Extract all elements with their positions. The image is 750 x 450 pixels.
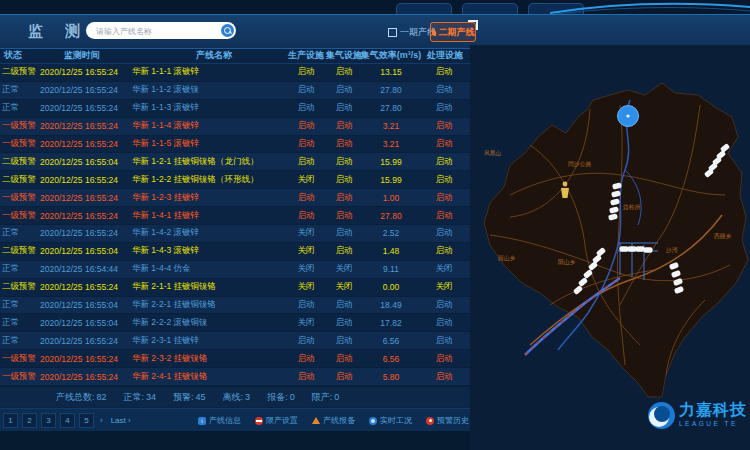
- cell-prod: 启动: [286, 299, 326, 311]
- legend-alarm-history[interactable]: 预警历史: [426, 415, 469, 426]
- cell-prod: 关闭: [286, 263, 326, 275]
- legend-line-info[interactable]: i 产线信息: [198, 415, 241, 426]
- table-row[interactable]: 正常2020/12/25 16:55:04华新 2-2-2 滚镀铜镍关闭启动17…: [0, 314, 470, 332]
- table-row[interactable]: 正常2020/12/25 16:55:24华新 1-4-2 滚镀锌关闭启动2.5…: [0, 225, 470, 243]
- bottom-strip: [0, 431, 470, 450]
- cell-treat: 关闭: [422, 263, 466, 275]
- cell-name: 华新 1-1-4 滚镀锌: [132, 120, 290, 132]
- cell-gas: 关闭: [324, 281, 364, 293]
- cell-gas: 启动: [324, 192, 364, 204]
- next-page-button[interactable]: ›: [98, 416, 105, 425]
- realtime-condition-icon: [369, 417, 377, 425]
- line-info-icon: i: [198, 417, 206, 425]
- cell-treat: 启动: [422, 138, 466, 150]
- cell-prod: 启动: [286, 371, 326, 383]
- column-treatment-facility: 处理设施: [424, 49, 466, 62]
- place-label: 凤凰山: [484, 150, 502, 156]
- summary-offline: 离线:3: [223, 391, 251, 404]
- table-row[interactable]: 正常2020/12/25 16:55:04华新 2-2-1 挂镀铜镍铬启动启动1…: [0, 297, 470, 315]
- cell-status: 正常: [2, 84, 44, 96]
- cell-prod: 启动: [286, 138, 326, 150]
- alarm-history-icon: [426, 417, 434, 425]
- cell-name: 华新 2-1-1 挂镀铜镍铬: [132, 281, 290, 293]
- cell-prod: 启动: [286, 192, 326, 204]
- cell-time: 2020/12/25 16:55:24: [40, 193, 134, 203]
- cell-name: 华新 1-1-2 滚镀镍: [132, 84, 290, 96]
- table-row[interactable]: 二级预警2020/12/25 16:55:24华新 2-1-1 挂镀铜镍铬关闭关…: [0, 279, 470, 297]
- cell-name: 华新 2-2-1 挂镀铜镍铬: [132, 299, 290, 311]
- cell-name: 华新 1-1-3 滚镀锌: [132, 102, 290, 114]
- page-button[interactable]: 4: [60, 413, 75, 428]
- cell-prod: 关闭: [286, 245, 326, 257]
- cell-name: 华新 1-4-1 挂镀锌: [132, 210, 290, 222]
- cell-treat: 启动: [422, 174, 466, 186]
- table-row[interactable]: 正常2020/12/25 16:55:24华新 2-3-1 挂镀锌启动启动6.5…: [0, 332, 470, 350]
- table-row[interactable]: 正常2020/12/25 16:55:24华新 1-1-3 滚镀锌启动启动27.…: [0, 100, 470, 118]
- cell-rate: 6.56: [364, 354, 418, 364]
- cell-time: 2020/12/25 16:55:04: [40, 318, 134, 328]
- cell-status: 正常: [2, 317, 44, 329]
- legend-realtime-condition[interactable]: 实时工况: [369, 415, 412, 426]
- table-row[interactable]: 二级预警2020/12/25 16:55:04华新 1-2-1 挂镀铜镍铬（龙门…: [0, 153, 470, 171]
- table-row[interactable]: 正常2020/12/25 16:55:24华新 1-1-2 滚镀镍启动启动27.…: [0, 82, 470, 100]
- table-row[interactable]: 二级预警2020/12/25 16:55:24华新 1-1-1 滚镀锌启动启动1…: [0, 64, 470, 82]
- cell-rate: 15.99: [364, 175, 418, 185]
- cell-rate: 3.21: [364, 121, 418, 131]
- table-row[interactable]: 二级预警2020/12/25 16:55:04华新 1-4-3 滚镀锌关闭启动1…: [0, 243, 470, 261]
- page-button[interactable]: 2: [22, 413, 37, 428]
- summary-limited: 限产:0: [312, 391, 340, 404]
- table-row[interactable]: 一级预警2020/12/25 16:55:24华新 1-4-1 挂镀锌启动启动2…: [0, 207, 470, 225]
- cell-gas: 启动: [324, 210, 364, 222]
- cell-rate: 27.80: [364, 103, 418, 113]
- cell-treat: 启动: [422, 245, 466, 257]
- place-label: 西丽乡: [714, 232, 732, 240]
- phase2-button[interactable]: 二期产线: [430, 22, 476, 42]
- legend-limit-production[interactable]: 限产设置: [255, 415, 298, 426]
- cell-rate: 0.00: [364, 282, 418, 292]
- cell-gas: 启动: [324, 156, 364, 168]
- cell-time: 2020/12/25 16:55:04: [40, 246, 134, 256]
- district-shape: [484, 83, 748, 397]
- page-button[interactable]: 3: [41, 413, 56, 428]
- page-button[interactable]: 5: [79, 413, 94, 428]
- cell-rate: 3.21: [364, 139, 418, 149]
- cell-name: 华新 1-2-2 挂镀铜镍铬（环形线）: [132, 174, 290, 186]
- cell-time: 2020/12/25 16:55:24: [40, 103, 134, 113]
- cell-treat: 关闭: [422, 281, 466, 293]
- cell-status: 二级预警: [2, 174, 44, 186]
- cluster-marker[interactable]: [618, 106, 639, 127]
- table-row[interactable]: 一级预警2020/12/25 16:55:24华新 1-1-5 滚镀锌启动启动3…: [0, 136, 470, 154]
- table-body: 二级预警2020/12/25 16:55:24华新 1-1-1 滚镀锌启动启动1…: [0, 63, 470, 386]
- table-row[interactable]: 正常2020/12/25 16:54:44华新 1-4-4 仿金关闭关闭9.11…: [0, 261, 470, 279]
- cell-time: 2020/12/25 16:55:04: [40, 157, 134, 167]
- search-button[interactable]: [221, 24, 234, 37]
- last-page-button[interactable]: Last ›: [109, 416, 133, 425]
- logo-name: 力嘉科技: [679, 402, 747, 418]
- cell-status: 二级预警: [2, 281, 44, 293]
- cell-prod: 关闭: [286, 227, 326, 239]
- search-input[interactable]: [94, 23, 216, 39]
- table-row[interactable]: 一级预警2020/12/25 16:55:24华新 1-2-3 挂镀锌启动启动1…: [0, 189, 470, 207]
- summary-normal: 正常:34: [124, 391, 157, 404]
- cell-treat: 启动: [422, 66, 466, 78]
- cell-name: 华新 1-2-3 挂镀锌: [132, 192, 290, 204]
- page-button[interactable]: 1: [3, 413, 18, 428]
- header: 监 测 一期产线 二期产线: [0, 14, 750, 49]
- cell-rate: 27.80: [364, 211, 418, 221]
- legend-line-report[interactable]: 产线报备: [312, 415, 355, 426]
- table-row[interactable]: 一级预警2020/12/25 16:55:24华新 2-4-1 挂镀镍铬启动启动…: [0, 368, 470, 386]
- cell-rate: 5.80: [364, 372, 418, 382]
- cell-rate: 15.99: [364, 157, 418, 167]
- cell-prod: 关闭: [286, 317, 326, 329]
- district-map[interactable]: 凤凰山 同沙公路 边检所 西丽乡 沙湾 园山乡 阳山乡: [470, 45, 750, 450]
- search-icon: [224, 27, 231, 34]
- table-row[interactable]: 二级预警2020/12/25 16:55:24华新 1-2-2 挂镀铜镍铬（环形…: [0, 171, 470, 189]
- cell-time: 2020/12/25 16:55:24: [40, 175, 134, 185]
- cell-prod: 启动: [286, 353, 326, 365]
- table-row[interactable]: 一级预警2020/12/25 16:55:24华新 2-3-2 挂镀镍铬启动启动…: [0, 350, 470, 368]
- cell-prod: 关闭: [286, 174, 326, 186]
- table-row[interactable]: 一级预警2020/12/25 16:55:24华新 1-1-4 滚镀锌启动启动3…: [0, 118, 470, 136]
- cell-gas: 启动: [324, 174, 364, 186]
- phase1-checkbox[interactable]: 一期产线: [388, 26, 436, 39]
- place-label: 边检所: [623, 204, 641, 210]
